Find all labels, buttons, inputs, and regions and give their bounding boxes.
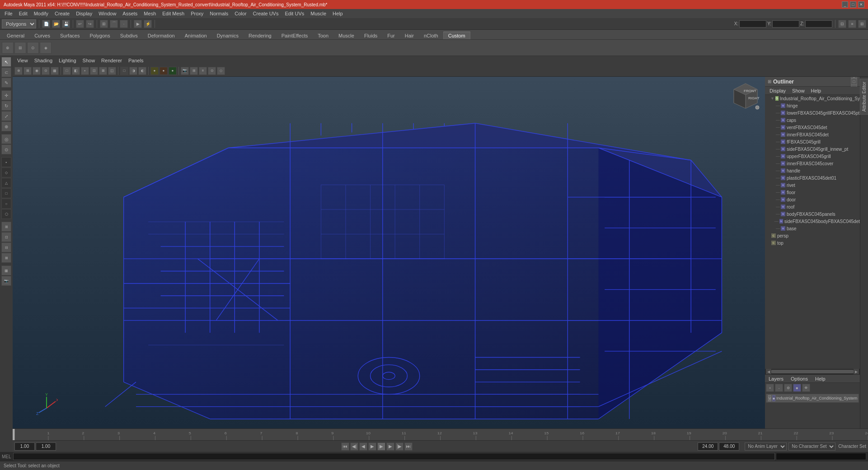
total-end-field[interactable] <box>719 442 739 451</box>
menu-help[interactable]: Help <box>330 10 346 17</box>
vp-icon-hud[interactable]: ≡ <box>199 67 207 75</box>
shelf-tab-animation[interactable]: Animation <box>180 32 212 39</box>
close-button[interactable]: ✕ <box>858 1 864 8</box>
go-end-button[interactable]: ⏭ <box>404 442 413 451</box>
component-icon-2[interactable]: ◇ <box>1 168 11 177</box>
range-end-field[interactable] <box>698 442 718 451</box>
channel-box-icon[interactable]: ≡ <box>848 20 856 28</box>
layers-menu-layers[interactable]: Layers <box>767 376 785 382</box>
layer-delete-icon[interactable]: - <box>775 384 783 392</box>
outliner-item-persp[interactable]: C persp <box>765 232 860 239</box>
paint-tool[interactable]: ✎ <box>1 78 11 88</box>
vp-shade-flat[interactable]: ◐ <box>138 67 146 75</box>
viewport-menu-panels[interactable]: Panels <box>126 57 146 64</box>
viewport-menu-lighting[interactable]: Lighting <box>56 57 79 64</box>
vp-display-2[interactable]: ◧ <box>72 67 80 75</box>
menu-normals[interactable]: Normals <box>207 10 231 17</box>
shelf-tab-surfaces[interactable]: Surfaces <box>55 32 84 39</box>
layer-item-default[interactable]: V ■ Industrial_Rooftop_Air_Conditioning_… <box>766 394 859 403</box>
range-start-field[interactable] <box>14 442 35 451</box>
menu-mesh[interactable]: Mesh <box>141 10 159 17</box>
vp-icon-snap[interactable]: ⊙ <box>208 67 216 75</box>
go-start-button[interactable]: ⏮ <box>341 442 349 451</box>
next-key-button[interactable]: |▶ <box>395 442 404 451</box>
outliner-item-top[interactable]: C top <box>765 239 860 247</box>
menu-file[interactable]: File <box>2 10 15 17</box>
manip-tool[interactable]: ⊕ <box>1 121 11 131</box>
lasso-tool[interactable]: ⊂ <box>1 67 11 77</box>
outliner-item-floor[interactable]: — M floor <box>765 189 860 196</box>
prev-frame-button[interactable]: ◀ <box>359 442 367 451</box>
shelf-tab-painteffects[interactable]: PaintEffects <box>277 32 313 39</box>
outliner-item-innercover[interactable]: — M innerFBXASC045cover <box>765 160 860 167</box>
shelf-tab-deformation[interactable]: Deformation <box>143 32 180 39</box>
vp-light-1[interactable]: ● <box>150 67 159 75</box>
character-set-dropdown[interactable]: No Character Set <box>788 442 835 451</box>
menu-modify[interactable]: Modify <box>31 10 51 17</box>
menu-create[interactable]: Create <box>52 10 72 17</box>
translate-x-field[interactable] <box>739 20 766 28</box>
menu-muscle[interactable]: Muscle <box>308 10 329 17</box>
outliner-item-uppergrill[interactable]: — M upperFBXASC045grill <box>765 153 860 160</box>
vp-light-3[interactable]: ● <box>169 67 177 75</box>
component-icon-6[interactable]: ⬡ <box>1 209 11 219</box>
move-tool[interactable]: ✛ <box>1 90 11 100</box>
outliner-item-innerdet[interactable]: — M innerFBXASC045det <box>765 131 860 138</box>
vp-display-1[interactable]: □ <box>63 67 71 75</box>
snap-icon-2[interactable]: ⊡ <box>1 232 11 242</box>
vp-display-4[interactable]: ⊡ <box>90 67 98 75</box>
outliner-item-door[interactable]: — M door <box>765 196 860 203</box>
camera-tool-icon[interactable]: 📷 <box>1 276 11 286</box>
outliner-item-base[interactable]: — M base <box>765 225 860 232</box>
current-time-field[interactable] <box>36 442 56 451</box>
outliner-item-ffgrill[interactable]: — M fFBXASC045grill <box>765 138 860 145</box>
shelf-tab-ncloth[interactable]: nCloth <box>419 32 443 39</box>
outliner-item-sidebodydet[interactable]: — M sideFBXASC045bodyFBXASC045det <box>765 218 860 225</box>
shelf-tab-general[interactable]: General <box>2 32 29 39</box>
outliner-horizontal-scrollbar[interactable]: ◀ ▶ <box>765 369 860 374</box>
shelf-icon-4[interactable]: ◈ <box>40 42 52 54</box>
scroll-thumb[interactable] <box>771 370 854 373</box>
outliner-item-caps[interactable]: — M caps <box>765 116 860 124</box>
redo-icon[interactable]: ↪ <box>86 20 94 28</box>
outliner-item-sidegrill[interactable]: — M sideFBXASC045grill_innew_pt <box>765 145 860 153</box>
shelf-tab-fluids[interactable]: Fluids <box>359 32 382 39</box>
maximize-button[interactable]: □ <box>850 1 856 8</box>
layer-settings-icon[interactable]: ⚙ <box>784 384 792 392</box>
shelf-tab-toon[interactable]: Toon <box>313 32 333 39</box>
undo-icon[interactable]: ↩ <box>76 20 84 28</box>
outliner-item-bodypanels[interactable]: — M bodyFBXASC045panels <box>765 210 860 218</box>
next-frame-button[interactable]: ▶ <box>386 442 394 451</box>
shelf-icon-3[interactable]: ⊙ <box>27 42 39 54</box>
vp-icon-grid[interactable]: ⊞ <box>190 67 198 75</box>
translate-y-field[interactable] <box>772 20 799 28</box>
ipr-icon[interactable]: ⚡ <box>144 20 152 28</box>
outliner-item-ventdet[interactable]: — M ventFBXASC045det <box>765 124 860 131</box>
vp-icon-iso[interactable]: ◇ <box>217 67 225 75</box>
snap-curve-icon[interactable]: ⌒ <box>110 20 118 28</box>
vp-display-5[interactable]: ⊠ <box>99 67 107 75</box>
shelf-tab-rendering[interactable]: Rendering <box>244 32 277 39</box>
play-back-button[interactable]: ▶ <box>368 442 376 451</box>
layer-create-icon[interactable]: + <box>766 384 774 392</box>
shelf-tab-polygons[interactable]: Polygons <box>84 32 115 39</box>
shelf-icon-1[interactable]: ⊕ <box>2 42 14 54</box>
shelf-tab-curves[interactable]: Curves <box>29 32 55 39</box>
menu-edit-mesh[interactable]: Edit Mesh <box>160 10 187 17</box>
vp-icon-2[interactable]: ⊞ <box>23 67 32 75</box>
snap-icon-4[interactable]: ⊠ <box>1 253 11 263</box>
outliner-item-handle[interactable]: — M handle <box>765 167 860 174</box>
menu-edit-uvs[interactable]: Edit UVs <box>282 10 307 17</box>
timeline-ruler[interactable]: 1 2 3 4 5 6 7 <box>13 429 868 440</box>
open-scene-icon[interactable]: 📂 <box>52 20 60 28</box>
outliner-menu-show[interactable]: Show <box>789 87 807 94</box>
component-icon-1[interactable]: ▪ <box>1 157 11 167</box>
mode-dropdown[interactable]: Polygons <box>2 19 36 28</box>
view-cube[interactable]: FRONT RIGHT <box>731 81 760 111</box>
vp-shade-wire[interactable]: □ <box>120 67 128 75</box>
translate-z-field[interactable] <box>805 20 832 28</box>
viewport-menu-show[interactable]: Show <box>80 57 98 64</box>
menu-proxy[interactable]: Proxy <box>188 10 206 17</box>
minimize-button[interactable]: _ <box>842 1 848 8</box>
viewport-menu-renderer[interactable]: Renderer <box>99 57 125 64</box>
